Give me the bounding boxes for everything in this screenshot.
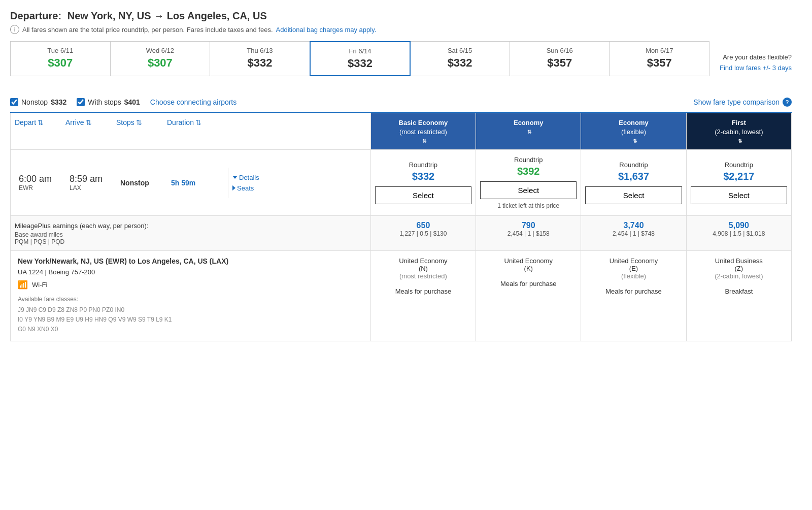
- mileage-economy-td: 790 2,454 | 1 | $158: [476, 216, 581, 251]
- date-cell-1[interactable]: Wed 6/12 $307: [111, 42, 211, 76]
- flight-col-header: Depart ⇅ Arrive ⇅ Stops: [11, 113, 371, 150]
- basic-class-name: United Economy(N)(most restricted): [378, 257, 468, 280]
- base-miles-label: Base award miles: [15, 231, 63, 238]
- date-price: $307: [115, 56, 206, 70]
- with-stops-checkbox[interactable]: [77, 98, 85, 106]
- route-text: New York, NY, US → Los Angeles, CA, US: [67, 10, 267, 21]
- show-fare-comparison-btn[interactable]: Show fare type comparison ?: [693, 98, 792, 107]
- eco-flex-sort-arrows[interactable]: ⇅: [633, 138, 637, 144]
- date-selector: Tue 6/11 $307Wed 6/12 $307Thu 6/13 $332F…: [10, 41, 709, 76]
- depart-sort-arrows: ⇅: [38, 118, 44, 126]
- mileage-eco-flex-td: 3,740 2,454 | 1 | $748: [581, 216, 686, 251]
- arrive-airport: LAX: [70, 184, 112, 192]
- economy-select-button[interactable]: Select: [480, 181, 577, 199]
- details-btn[interactable]: Details: [232, 174, 362, 181]
- first-class-td: United Business(Z)(2-cabin, lowest) Brea…: [686, 250, 791, 341]
- date-price: $357: [614, 56, 705, 70]
- duration-label: Duration: [167, 118, 194, 126]
- mileage-basic-base: 650: [375, 221, 471, 230]
- fare-table: Depart ⇅ Arrive ⇅ Stops: [10, 113, 792, 341]
- basic-roundtrip-label: Roundtrip: [375, 161, 471, 169]
- departure-title: Departure: New York, NY, US → Los Angele…: [10, 10, 792, 22]
- duration-sort[interactable]: Duration ⇅: [167, 118, 220, 126]
- date-price: $332: [414, 56, 505, 70]
- first-price: $2,217: [691, 171, 787, 182]
- fare-notice-text: All fares shown are the total price roun…: [22, 26, 273, 34]
- mileage-first-details: 4,908 | 1.5 | $1,018: [691, 230, 787, 237]
- basic-meal: Meals for purchase: [378, 288, 468, 295]
- arrive-col-header: Arrive ⇅: [61, 113, 112, 132]
- details-info-td: New York/Newark, NJ, US (EWR) to Los Ang…: [11, 250, 371, 341]
- with-stops-filter[interactable]: With stops $401: [77, 98, 140, 106]
- date-cell-5[interactable]: Sun 6/16 $357: [510, 42, 610, 76]
- stops-sort-arrows: ⇅: [136, 118, 142, 126]
- economy-class-name: United Economy(K): [483, 257, 573, 272]
- economy-sort-arrows[interactable]: ⇅: [527, 129, 531, 135]
- arrive-time: 8:59 am: [70, 174, 112, 184]
- depart-sort[interactable]: Depart ⇅: [15, 118, 57, 126]
- flight-stops: Nonstop: [116, 173, 167, 193]
- eco-flex-col-header: Economy(flexible) ⇅: [581, 113, 686, 150]
- flight-arrive: 8:59 am LAX: [65, 168, 116, 198]
- economy-roundtrip-label: Roundtrip: [480, 156, 577, 164]
- duration-col-header: Duration ⇅: [163, 113, 224, 132]
- flight-depart: 6:00 am EWR: [15, 168, 65, 198]
- basic-economy-label: Basic Economy(most restricted): [375, 118, 471, 137]
- arrive-sort-arrows: ⇅: [86, 118, 92, 126]
- basic-sort-arrows[interactable]: ⇅: [422, 138, 426, 144]
- date-cell-3[interactable]: Fri 6/14 $332: [310, 41, 411, 76]
- stops-sort[interactable]: Stops ⇅: [116, 118, 159, 126]
- date-cell-0[interactable]: Tue 6/11 $307: [11, 42, 111, 76]
- date-day-label: Sat 6/15: [414, 47, 505, 54]
- wifi-label: Wi-Fi: [32, 281, 47, 289]
- with-stops-price: $401: [124, 98, 140, 106]
- fare-notice: i All fares shown are the total price ro…: [10, 25, 792, 34]
- economy-fare-cell: Roundtrip $392 Select 1 ticket left at t…: [476, 150, 581, 216]
- info-icon: i: [10, 25, 19, 34]
- bag-charges-link[interactable]: Additional bag charges may apply.: [276, 26, 377, 34]
- first-sort-arrows[interactable]: ⇅: [738, 138, 742, 144]
- basic-select-button[interactable]: Select: [375, 186, 471, 204]
- page-wrapper: Departure: New York, NY, US → Los Angele…: [10, 10, 792, 341]
- fare-classes-line3: G0 N9 XN0 X0: [18, 325, 363, 334]
- nonstop-checkbox[interactable]: [10, 98, 18, 106]
- seats-btn[interactable]: Seats: [232, 184, 362, 192]
- choose-airports-link[interactable]: Choose connecting airports: [150, 98, 236, 106]
- nonstop-label: Nonstop: [21, 98, 48, 106]
- date-cell-6[interactable]: Mon 6/17 $357: [610, 42, 709, 76]
- arrive-label: Arrive: [65, 118, 84, 126]
- flight-duration: 5h 59m: [167, 173, 228, 193]
- first-select-button[interactable]: Select: [691, 186, 787, 204]
- mileage-basic-details: 1,227 | 0.5 | $130: [375, 230, 471, 237]
- mileage-row: MileagePlus earnings (each way, per pers…: [11, 216, 792, 251]
- duration-value: 5h 59m: [171, 179, 224, 187]
- mileage-economy-details: 2,454 | 1 | $158: [480, 230, 577, 237]
- eco-flex-select-button[interactable]: Select: [585, 186, 682, 204]
- fare-classes-label: Available fare classes:: [18, 296, 78, 303]
- eco-flex-fare-cell: Roundtrip $1,637 Select: [581, 150, 686, 216]
- date-cell-2[interactable]: Thu 6/13 $332: [210, 42, 310, 76]
- wifi-icon: 📶: [18, 280, 28, 290]
- mileage-label-td: MileagePlus earnings (each way, per pers…: [11, 216, 371, 251]
- fare-classes: Available fare classes: J9 JN9 C9 D9 Z8 …: [18, 295, 363, 335]
- flexible-dates-section: Are your dates flexible? Find low fares …: [709, 41, 792, 84]
- mileage-first-td: 5,090 4,908 | 1.5 | $1,018: [686, 216, 791, 251]
- duration-sort-arrows: ⇅: [195, 118, 201, 126]
- details-arrow-icon: [232, 176, 238, 179]
- nonstop-filter[interactable]: Nonstop $332: [10, 98, 66, 106]
- mileage-economy-base: 790: [480, 221, 577, 230]
- column-header-row: Depart ⇅ Arrive ⇅ Stops: [11, 113, 792, 150]
- first-class-name: United Business(Z)(2-cabin, lowest): [694, 257, 784, 280]
- arrive-sort[interactable]: Arrive ⇅: [65, 118, 108, 126]
- flight-row: 6:00 am EWR 8:59 am LAX Nonstop 5h 59m: [11, 150, 792, 216]
- filters-row: Nonstop $332 With stops $401 Choose conn…: [10, 92, 792, 113]
- fare-classes-line1: J9 JN9 C9 D9 Z8 ZN8 P0 PN0 PZ0 IN0: [18, 305, 363, 315]
- mileage-eco-flex-details: 2,454 | 1 | $748: [585, 230, 682, 237]
- date-cell-4[interactable]: Sat 6/15 $332: [410, 42, 510, 76]
- basic-economy-col-header: Basic Economy(most restricted) ⇅: [370, 113, 476, 150]
- depart-time: 6:00 am: [19, 174, 61, 184]
- flexible-dates-link[interactable]: Find low fares +/- 3 days: [720, 63, 792, 74]
- departure-label: Departure:: [10, 10, 61, 21]
- flight-actions: Details Seats: [228, 168, 366, 198]
- date-day-label: Mon 6/17: [614, 47, 705, 54]
